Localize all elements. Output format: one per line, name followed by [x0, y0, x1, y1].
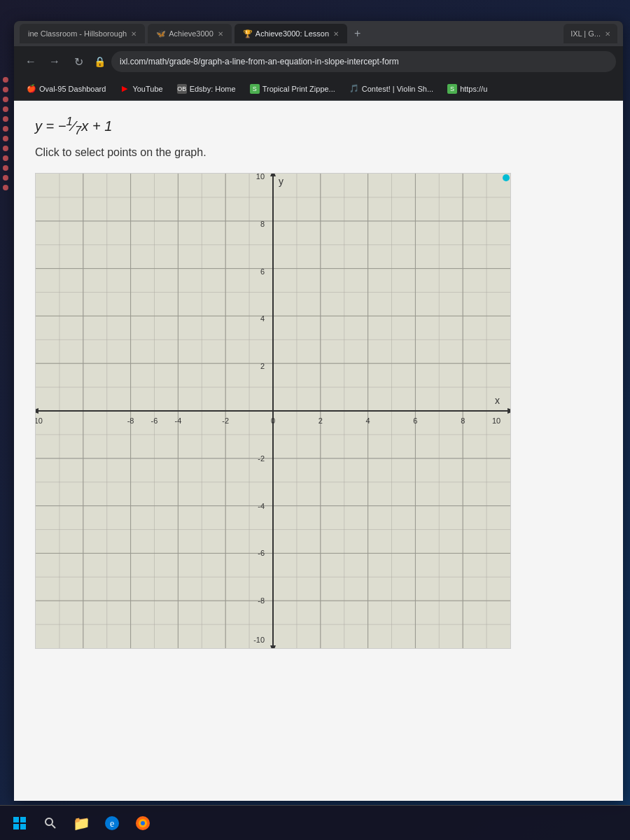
browser-window: ine Classroom - Hillsborough ✕ 🦋 Achieve… [14, 21, 623, 801]
x-label-4: 4 [366, 416, 370, 425]
search-button[interactable] [36, 809, 64, 837]
desktop: ine Classroom - Hillsborough ✕ 🦋 Achieve… [0, 0, 630, 840]
https-icon: S [447, 84, 457, 94]
bookmark-tropical[interactable]: S Tropical Print Zippe... [244, 81, 341, 97]
y-label-neg8: -8 [258, 596, 265, 605]
bookmark-label: Contest! | Violin Sh... [362, 85, 433, 93]
tab-label: Achieve3000 [169, 29, 214, 38]
x-axis-label: x [495, 395, 500, 406]
tropical-icon: S [250, 84, 260, 94]
dot [3, 165, 8, 171]
tab-achieve-lesson[interactable]: 🏆 Achieve3000: Lesson ✕ [234, 24, 347, 43]
svg-point-61 [46, 818, 52, 825]
tab-ixl[interactable]: IXL | G... ✕ [564, 24, 617, 43]
x-label-2: 2 [318, 416, 323, 425]
x-label-neg6: -8 [127, 416, 134, 425]
dashboard-icon: 🍎 [27, 84, 36, 94]
x-label-neg2: -2 [222, 416, 229, 425]
x-axis-right-arrow [507, 408, 511, 414]
achieve-icon: 🦋 [156, 29, 166, 38]
bookmark-label: Edsby: Home [190, 85, 236, 93]
corner-dot [503, 174, 510, 181]
y-label-neg4: -4 [258, 501, 265, 510]
bookmark-edsby[interactable]: OB Edsby: Home [172, 81, 241, 97]
bookmark-label: Oval-95 Dashboard [39, 85, 106, 93]
tab-close-icon[interactable]: ✕ [605, 30, 610, 38]
y-axis-up-arrow [270, 173, 276, 176]
bookmark-contest[interactable]: 🎵 Contest! | Violin Sh... [344, 81, 439, 97]
x-label-8: 8 [461, 416, 465, 425]
edge-browser-button[interactable]: e [98, 809, 126, 837]
bookmarks-bar: 🍎 Oval-95 Dashboard ▶ YouTube OB Edsby: … [14, 77, 623, 101]
bookmark-label: Tropical Print Zippe... [262, 85, 335, 93]
forward-button[interactable]: → [45, 52, 64, 71]
dot [3, 106, 8, 112]
x-label-0: 0 [271, 416, 275, 425]
achieve-lesson-icon: 🏆 [243, 29, 253, 38]
bookmark-label: YouTube [132, 85, 162, 93]
bookmark-youtube[interactable]: ▶ YouTube [114, 81, 168, 97]
bookmark-dashboard[interactable]: 🍎 Oval-95 Dashboard [21, 81, 111, 97]
svg-point-67 [141, 821, 145, 825]
coordinate-graph[interactable]: x y -10 -8 -6 -4 -2 0 2 4 6 8 10 10 [35, 173, 511, 649]
svg-rect-57 [13, 817, 19, 822]
dot [3, 87, 8, 92]
tab-close-icon[interactable]: ✕ [333, 30, 339, 38]
x-label-6: 6 [413, 416, 417, 425]
svg-rect-58 [20, 817, 26, 822]
y-axis-label: y [279, 176, 284, 187]
dot [3, 77, 8, 83]
dot [3, 175, 8, 181]
x-label-10: 10 [492, 416, 500, 425]
file-explorer-button[interactable]: 📁 [67, 809, 95, 837]
dot [3, 126, 8, 132]
back-button[interactable]: ← [21, 52, 41, 71]
y-label-2: 2 [260, 362, 265, 370]
tab-achieve3000[interactable]: 🦋 Achieve3000 ✕ [148, 24, 232, 43]
graph-wrapper: x y -10 -8 -6 -4 -2 0 2 4 6 8 10 10 [35, 173, 511, 651]
bookmark-label: https://u [460, 85, 487, 93]
reload-button[interactable]: ↻ [69, 52, 88, 71]
dot [3, 136, 8, 141]
title-bar: ine Classroom - Hillsborough ✕ 🦋 Achieve… [14, 21, 623, 46]
youtube-icon: ▶ [120, 84, 130, 94]
svg-text:e: e [110, 818, 114, 829]
y-label-6: 6 [260, 267, 265, 275]
address-input[interactable] [111, 51, 616, 72]
dot [3, 155, 8, 161]
y-label-10: 10 [256, 173, 265, 181]
x-axis-left-arrow [35, 408, 38, 414]
address-bar: ← → ↻ 🔒 [14, 46, 623, 77]
tab-label: Achieve3000: Lesson [255, 29, 329, 38]
y-label-neg10: -10 [253, 636, 265, 644]
firefox-button[interactable] [129, 809, 157, 837]
dot [3, 146, 8, 151]
svg-line-62 [52, 825, 55, 828]
y-label-8: 8 [260, 219, 265, 227]
x-label-neg10: -10 [35, 416, 43, 425]
dot [3, 97, 8, 102]
dot [3, 116, 8, 122]
tab-close-icon[interactable]: ✕ [218, 30, 223, 38]
tab-label: ine Classroom - Hillsborough [28, 29, 127, 38]
y-label-4: 4 [260, 314, 265, 323]
edsby-icon: OB [177, 84, 187, 94]
tab-classroom[interactable]: ine Classroom - Hillsborough ✕ [20, 24, 145, 43]
page-content: y = −1⁄7x + 1 Click to select points on … [14, 101, 623, 801]
dot [3, 185, 8, 190]
svg-rect-60 [20, 824, 26, 830]
y-label-neg6: -6 [258, 549, 265, 557]
ixl-tab-label: IXL | G... [570, 29, 601, 38]
instruction-text: Click to select points on the graph. [35, 146, 602, 159]
start-button[interactable] [6, 809, 34, 837]
y-label-neg2: -2 [258, 454, 265, 462]
tab-close-icon[interactable]: ✕ [131, 30, 136, 38]
x-label-neg4: -4 [175, 416, 182, 425]
taskbar: 📁 e [0, 805, 630, 840]
new-tab-button[interactable]: + [354, 27, 360, 40]
equation-display: y = −1⁄7x + 1 [35, 115, 602, 138]
y-axis-down-arrow [270, 645, 276, 649]
bookmark-https[interactable]: S https://u [442, 81, 493, 97]
side-decorations [0, 70, 14, 197]
svg-rect-59 [13, 824, 19, 830]
